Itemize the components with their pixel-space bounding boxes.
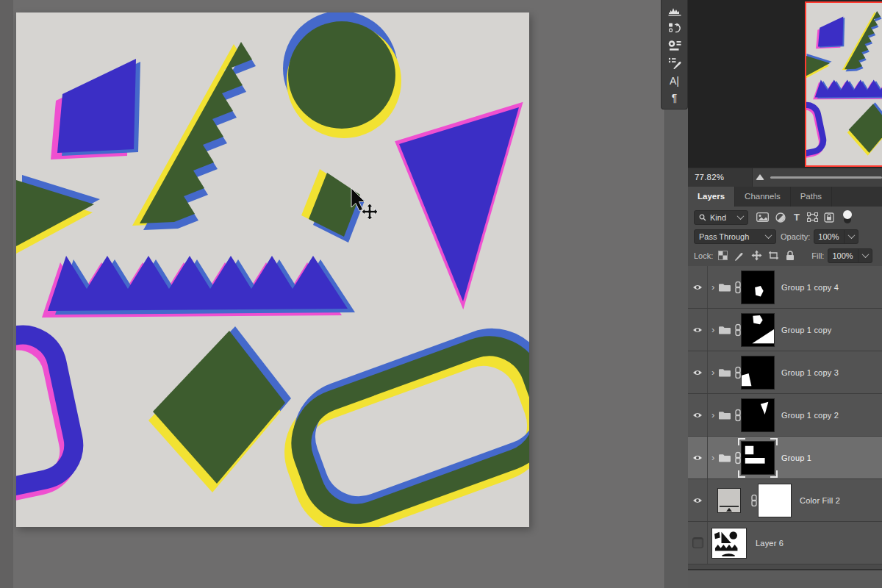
eye-icon	[692, 284, 703, 291]
pixel-layer-filter-button[interactable]	[756, 212, 769, 222]
layer-row-layer-6[interactable]: Layer 6	[688, 522, 882, 564]
layer-thumbnail[interactable]	[711, 528, 747, 559]
layer-name: Layer 6	[756, 539, 784, 548]
lock-artboard-button[interactable]	[768, 251, 779, 260]
lock-image-pixels-button[interactable]	[734, 251, 745, 261]
fill-value-dropdown[interactable]: 100%	[828, 248, 872, 263]
lock-transparent-pixels-button[interactable]	[718, 251, 728, 260]
lock-position-button[interactable]	[751, 250, 762, 261]
disclosure-chevron[interactable]: ›	[711, 409, 714, 420]
layer-row-group-1[interactable]: › Group 1	[688, 437, 882, 479]
window-edge	[0, 0, 13, 588]
visibility-toggle[interactable]	[688, 522, 707, 564]
filter-toggle-switch[interactable]	[843, 211, 852, 224]
visibility-toggle[interactable]	[688, 479, 707, 521]
filter-row: Kind T	[688, 208, 882, 226]
layers-panel-controls: Kind T	[688, 207, 882, 266]
opacity-value-dropdown[interactable]: 100%	[814, 229, 858, 244]
zoom-slider[interactable]	[770, 176, 882, 179]
navigator-panel	[688, 0, 882, 168]
folder-icon	[718, 282, 731, 293]
selection-corner	[770, 470, 778, 478]
shape-layer-filter-button[interactable]	[807, 212, 818, 222]
visibility-toggle[interactable]	[688, 351, 707, 393]
chevron-down-icon	[847, 232, 855, 239]
tab-layers[interactable]: Layers	[688, 187, 735, 207]
document-canvas[interactable]	[16, 12, 529, 527]
lock-label: Lock:	[694, 251, 713, 260]
lock-all-button[interactable]	[786, 251, 795, 261]
disclosure-chevron[interactable]: ›	[711, 366, 714, 377]
opacity-label: Opacity:	[781, 232, 810, 241]
disclosure-chevron[interactable]: ›	[711, 281, 714, 292]
fill-layer-thumbnail[interactable]	[717, 488, 741, 513]
disclosure-chevron[interactable]: ›	[711, 323, 714, 334]
type-layer-filter-button[interactable]: T	[792, 212, 801, 222]
kind-filter-label: Kind	[710, 213, 734, 222]
dock-background	[688, 570, 882, 588]
layers-list: › Group 1 copy 4 ›	[688, 266, 882, 565]
layer-name: Group 1	[781, 453, 811, 462]
blend-mode-dropdown[interactable]: Pass Through	[694, 229, 776, 244]
mask-thumbnail[interactable]	[741, 270, 775, 304]
canvas-artwork	[16, 12, 529, 527]
folder-icon	[718, 410, 731, 420]
visibility-toggle[interactable]	[688, 437, 707, 478]
adjustment-layer-filter-button[interactable]	[775, 212, 786, 223]
layer-row-group-1-copy-4[interactable]: › Group 1 copy 4	[688, 266, 882, 309]
visibility-toggle[interactable]	[688, 309, 707, 351]
selection-corner	[770, 438, 778, 445]
brush-settings-panel-icon[interactable]	[667, 57, 683, 70]
visibility-toggle[interactable]	[688, 394, 707, 436]
character-panel-icon[interactable]: A|	[667, 74, 683, 87]
folder-icon	[718, 368, 731, 378]
layer-row-group-1-copy-2[interactable]: › Group 1 copy 2	[688, 394, 882, 437]
chevron-down-icon	[861, 251, 869, 258]
layer-name: Group 1 copy 3	[781, 368, 839, 377]
layer-row-group-1-copy[interactable]: › Group 1 copy	[688, 309, 882, 351]
layer-row-group-1-copy-3[interactable]: › Group 1 copy 3	[688, 351, 882, 394]
type-glyph: T	[794, 212, 800, 222]
lock-row: Lock: Fill: 100%	[688, 246, 882, 265]
eye-icon	[692, 497, 703, 504]
eye-icon	[692, 412, 703, 419]
panel-tab-bar: Layers Channels Paths	[688, 187, 882, 207]
mask-thumbnail[interactable]	[741, 313, 775, 347]
layer-name: Group 1 copy 2	[781, 411, 839, 420]
history-panel-icon[interactable]	[667, 21, 683, 35]
fill-thumb-bar	[720, 506, 739, 507]
photoshop-window: A| ¶ 77.82% Layers Channels Paths	[0, 0, 882, 588]
eye-icon	[692, 454, 703, 462]
navigator-preview[interactable]	[805, 1, 882, 167]
fill-thumb-slider	[726, 508, 732, 512]
libraries-panel-icon[interactable]	[667, 39, 683, 52]
chevron-down-icon	[765, 232, 772, 239]
folder-icon	[718, 453, 731, 463]
mask-link-icon[interactable]	[750, 494, 758, 506]
eye-icon	[692, 369, 703, 376]
eye-icon	[692, 326, 703, 334]
histogram-panel-icon[interactable]	[667, 4, 683, 18]
visibility-toggle[interactable]	[688, 266, 707, 308]
paragraph-glyph: ¶	[672, 93, 678, 103]
disclosure-chevron[interactable]: ›	[711, 451, 714, 462]
opacity-value: 100%	[818, 232, 839, 241]
layer-row-color-fill-2[interactable]: Color Fill 2	[688, 479, 882, 522]
zoom-level-field[interactable]: 77.82%	[688, 168, 753, 187]
mask-thumbnail-selected[interactable]	[741, 441, 775, 475]
mask-thumbnail[interactable]	[741, 356, 775, 390]
zoom-out-icon[interactable]	[756, 174, 764, 180]
kind-filter-dropdown[interactable]: Kind	[694, 210, 748, 225]
layer-mask-thumbnail[interactable]	[758, 484, 792, 517]
smart-object-filter-button[interactable]	[824, 212, 834, 223]
panel-group: 77.82% Layers Channels Paths Kind	[688, 0, 882, 588]
collapsed-panels-strip: A| ¶	[661, 0, 688, 110]
chevron-down-icon	[737, 212, 745, 220]
paragraph-panel-icon[interactable]: ¶	[667, 91, 683, 104]
character-glyph: A|	[670, 76, 679, 86]
blend-mode-value: Pass Through	[699, 232, 762, 241]
mask-thumbnail[interactable]	[741, 398, 775, 432]
tab-channels[interactable]: Channels	[735, 187, 791, 207]
fill-label: Fill:	[811, 251, 824, 260]
tab-paths[interactable]: Paths	[791, 187, 832, 207]
